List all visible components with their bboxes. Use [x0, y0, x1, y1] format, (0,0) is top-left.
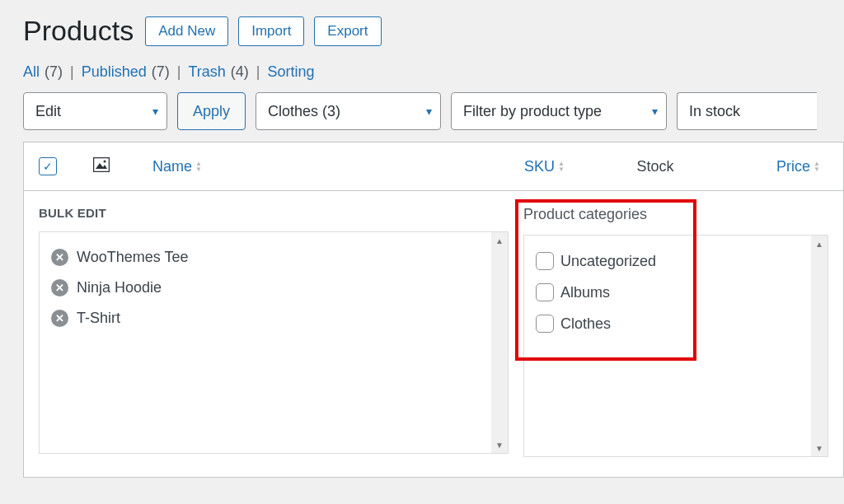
svg-marker-1	[96, 163, 107, 169]
sort-icon: ▲▼	[814, 161, 820, 172]
import-button[interactable]: Import	[238, 16, 304, 46]
category-item: Albums	[532, 277, 819, 308]
list-item: ✕ Ninja Hoodie	[48, 273, 499, 303]
sort-icon: ▲▼	[558, 161, 565, 172]
category-filter-select[interactable]: Clothes (3) ▾	[256, 92, 441, 130]
page-header: Products Add New Import Export	[23, 15, 844, 47]
product-name: T-Shirt	[77, 310, 120, 327]
export-button[interactable]: Export	[314, 16, 381, 46]
status-sorting-link[interactable]: Sorting	[267, 63, 314, 81]
column-stock-header: Stock	[573, 158, 738, 175]
bulk-action-select[interactable]: Edit ▾	[23, 92, 167, 130]
bulk-edit-panel: BULK EDIT ✕ WooThemes Tee ✕ Ninja Hoodie…	[23, 191, 844, 478]
svg-rect-0	[94, 157, 110, 171]
chevron-down-icon: ▾	[652, 105, 658, 118]
column-price-header[interactable]: Price ▲▼	[776, 158, 820, 175]
column-sku-header[interactable]: SKU ▲▼	[524, 158, 565, 175]
apply-button[interactable]: Apply	[177, 92, 246, 130]
category-filter-value: Clothes (3)	[268, 103, 340, 120]
image-column-icon	[93, 157, 110, 175]
scroll-up-icon[interactable]: ▲	[811, 236, 828, 252]
scrollbar[interactable]: ▲ ▼	[491, 232, 508, 453]
bulk-edit-categories-box: Uncategorized Albums Clothes ▲ ▼	[523, 235, 828, 457]
list-item: ✕ WooThemes Tee	[48, 242, 499, 273]
scroll-up-icon[interactable]: ▲	[491, 232, 508, 249]
status-trash-count: (4)	[231, 63, 249, 81]
column-price-label: Price	[776, 158, 810, 175]
category-checkbox[interactable]	[536, 315, 554, 333]
bulk-action-value: Edit	[35, 103, 61, 120]
column-stock-label: Stock	[636, 158, 673, 175]
column-name-label: Name	[152, 158, 192, 175]
separator: |	[175, 63, 184, 81]
scrollbar[interactable]: ▲ ▼	[811, 236, 828, 456]
bulk-edit-products-box: ✕ WooThemes Tee ✕ Ninja Hoodie ✕ T-Shirt…	[39, 231, 509, 454]
scroll-down-icon[interactable]: ▼	[811, 440, 828, 456]
status-published-link[interactable]: Published	[82, 63, 147, 81]
category-label: Uncategorized	[560, 253, 656, 270]
remove-icon[interactable]: ✕	[51, 249, 68, 266]
column-sku-label: SKU	[524, 158, 555, 175]
separator: |	[68, 63, 77, 81]
category-item: Uncategorized	[532, 245, 819, 277]
category-checkbox[interactable]	[536, 252, 554, 270]
remove-icon[interactable]: ✕	[51, 279, 68, 296]
stock-filter-select[interactable]: In stock	[677, 92, 817, 130]
product-type-filter-value: Filter by product type	[463, 103, 602, 120]
add-new-button[interactable]: Add New	[145, 16, 228, 46]
table-header-row: ✓ Name ▲▼ SKU ▲▼ Stock Price ▲▼	[23, 142, 844, 191]
product-name: WooThemes Tee	[77, 249, 188, 266]
status-all-link[interactable]: All	[23, 63, 40, 81]
separator: |	[254, 63, 263, 81]
sort-icon: ▲▼	[195, 161, 202, 172]
column-name-header[interactable]: Name ▲▼	[152, 158, 202, 175]
product-categories-title: Product categories	[523, 206, 828, 223]
category-label: Albums	[560, 284, 610, 301]
stock-filter-value: In stock	[689, 103, 740, 120]
category-item: Clothes	[532, 308, 819, 339]
status-trash-link[interactable]: Trash	[188, 63, 225, 81]
filter-toolbar: Edit ▾ Apply Clothes (3) ▾ Filter by pro…	[23, 92, 844, 130]
list-item: ✕ T-Shirt	[48, 303, 499, 334]
chevron-down-icon: ▾	[426, 105, 432, 118]
remove-icon[interactable]: ✕	[51, 310, 68, 327]
chevron-down-icon: ▾	[152, 105, 158, 118]
svg-point-2	[104, 160, 106, 162]
product-type-filter-select[interactable]: Filter by product type ▾	[451, 92, 667, 130]
status-filters: All (7) | Published (7) | Trash (4) | So…	[23, 63, 844, 81]
scroll-down-icon[interactable]: ▼	[491, 436, 508, 453]
page-title: Products	[23, 15, 134, 47]
bulk-edit-title: BULK EDIT	[39, 206, 509, 220]
status-all-count: (7)	[45, 63, 63, 81]
select-all-checkbox[interactable]: ✓	[39, 157, 57, 175]
category-checkbox[interactable]	[536, 283, 554, 301]
product-name: Ninja Hoodie	[77, 279, 162, 296]
category-label: Clothes	[560, 315, 611, 333]
status-published-count: (7)	[152, 63, 170, 81]
